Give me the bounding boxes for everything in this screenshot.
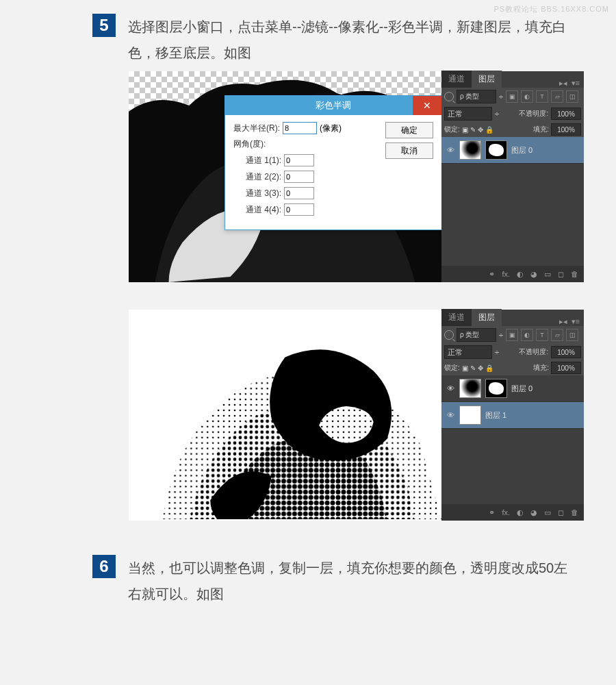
filter-adjust-icon[interactable]: ◐ [521,90,533,103]
kind-select[interactable]: ρ 类型 [457,90,496,103]
close-button[interactable]: ✕ [413,96,441,115]
max-radius-label: 最大半径(R): [233,123,280,134]
lock-all-icon[interactable]: 🔒 [485,364,493,372]
step-number-5: 5 [92,14,116,37]
screenshot-5b: 通道 图层 ▸◂▾≡ ρ 类型 ÷ ▣ ◐ T ▱ ◫ 正常 ÷ [129,310,584,521]
new-layer-icon[interactable]: ◻ [558,270,564,279]
trash-icon[interactable]: 🗑 [571,270,578,278]
trash-icon[interactable]: 🗑 [571,508,578,516]
filter-image-icon[interactable]: ▣ [506,329,518,341]
layer-mask-thumb [485,379,507,398]
menu-icon[interactable]: ▾≡ [572,317,580,326]
step-number-6: 6 [92,555,116,578]
layer-mask-thumb [485,140,507,160]
blend-mode-select[interactable]: 正常 [444,345,492,359]
step-5: 5 选择图层小窗口，点击菜单--滤镜--像素化--彩色半调，新建图层，填充白色，… [0,0,616,521]
new-layer-icon[interactable]: ◻ [558,508,564,517]
group-icon[interactable]: ▭ [544,270,551,279]
lock-label: 锁定: [444,125,460,134]
filter-shape-icon[interactable]: ▱ [551,90,563,103]
fill-value[interactable]: 100% [551,123,581,136]
filter-shape-icon[interactable]: ▱ [551,329,563,341]
layer-0-row[interactable]: 👁 图层 0 [441,375,584,402]
ch3-input[interactable]: 0 [284,187,314,199]
lock-transparency-icon[interactable]: ▣ [462,364,468,372]
watermark: PS教程论坛 BBS.16XX8.COM [493,4,609,14]
tab-channels[interactable]: 通道 [441,71,472,88]
menu-icon[interactable]: ▾≡ [572,79,580,88]
fx-icon[interactable]: fx. [502,270,510,278]
adjustment-icon[interactable]: ◕ [530,270,537,279]
adjustment-icon[interactable]: ◕ [530,508,537,517]
layers-panel-b: 通道 图层 ▸◂▾≡ ρ 类型 ÷ ▣ ◐ T ▱ ◫ 正常 ÷ [441,310,584,521]
lock-brush-icon[interactable]: ✎ [470,126,476,134]
opacity-label: 不透明度: [519,109,548,119]
link-icon[interactable]: ⚭ [489,508,495,517]
collapse-icon[interactable]: ▸◂ [559,79,567,88]
opacity-label: 不透明度: [519,347,548,357]
lock-position-icon[interactable]: ✥ [478,364,483,372]
tab-layers[interactable]: 图层 [472,71,502,88]
screenshot-5a: 彩色半调 ✕ 最大半径(R): 8 (像素) 网角(度): 通道 1(1):0 [129,71,584,282]
lock-brush-icon[interactable]: ✎ [470,364,476,372]
group-icon[interactable]: ▭ [544,508,551,517]
tab-channels[interactable]: 通道 [441,309,472,326]
search-icon[interactable] [444,92,454,101]
filter-text-icon[interactable]: T [536,90,548,103]
dialog-title: 彩色半调 [316,99,351,112]
fill-value[interactable]: 100% [551,362,581,374]
opacity-value[interactable]: 100% [551,346,581,358]
lock-position-icon[interactable]: ✥ [478,126,483,134]
tab-layers[interactable]: 图层 [472,309,502,326]
filter-text-icon[interactable]: T [536,329,548,341]
layer-1-row[interactable]: 👁 图层 1 [441,402,584,429]
visibility-icon[interactable]: 👁 [446,146,455,154]
layer-thumb-white [459,406,481,425]
lock-label: 锁定: [444,363,460,373]
chevron-icon: ÷ [499,92,503,101]
link-icon[interactable]: ⚭ [489,270,495,279]
ch1-input[interactable]: 0 [284,154,314,166]
cancel-button[interactable]: 取消 [385,142,433,159]
ch3-label: 通道 3(3): [246,188,281,199]
chevron-icon: ÷ [495,110,499,118]
layer-0-label: 图层 0 [511,145,532,155]
blend-mode-select[interactable]: 正常 [444,107,492,121]
lock-all-icon[interactable]: 🔒 [485,126,493,134]
filter-smart-icon[interactable]: ◫ [566,329,578,341]
halftone-portrait [129,310,441,521]
color-halftone-dialog: 彩色半调 ✕ 最大半径(R): 8 (像素) 网角(度): 通道 1(1):0 [224,95,441,230]
angle-header: 网角(度): [233,138,266,150]
ch4-label: 通道 4(4): [246,204,281,216]
step-6: 6 当然，也可以调整色调，复制一层，填充你想要的颜色，透明度改成50左右就可以。… [0,521,616,627]
chevron-icon: ÷ [495,348,499,356]
ok-button[interactable]: 确定 [385,122,433,138]
layer-thumb [459,140,481,160]
lock-transparency-icon[interactable]: ▣ [462,126,468,134]
filter-image-icon[interactable]: ▣ [506,90,518,103]
mask-icon[interactable]: ◐ [517,508,524,517]
collapse-icon[interactable]: ▸◂ [559,317,567,326]
layer-0-row[interactable]: 👁 图层 0 [441,137,584,164]
ch1-label: 通道 1(1): [246,155,281,166]
ch4-input[interactable]: 0 [284,203,314,216]
layers-panel-a: 通道 图层 ▸◂▾≡ ρ 类型 ÷ ▣ ◐ T ▱ ◫ 正常 ÷ [441,71,584,282]
chevron-icon: ÷ [499,331,503,339]
kind-select[interactable]: ρ 类型 [457,328,496,342]
search-icon[interactable] [444,330,454,340]
visibility-icon[interactable]: 👁 [446,411,455,419]
max-radius-input[interactable]: 8 [283,122,317,134]
filter-adjust-icon[interactable]: ◐ [521,329,533,341]
fill-label: 填充: [533,125,549,134]
layer-0-label: 图层 0 [511,384,532,394]
layer-1-label: 图层 1 [485,410,506,421]
fill-label: 填充: [533,363,549,373]
visibility-icon[interactable]: 👁 [446,384,455,393]
filter-smart-icon[interactable]: ◫ [566,90,578,103]
fx-icon[interactable]: fx. [502,508,510,516]
step-5-text: 选择图层小窗口，点击菜单--滤镜--像素化--彩色半调，新建图层，填充白色，移至… [128,14,580,66]
ch2-label: 通道 2(2): [246,171,281,183]
ch2-input[interactable]: 0 [284,171,314,183]
mask-icon[interactable]: ◐ [517,270,524,279]
opacity-value[interactable]: 100% [551,108,581,120]
